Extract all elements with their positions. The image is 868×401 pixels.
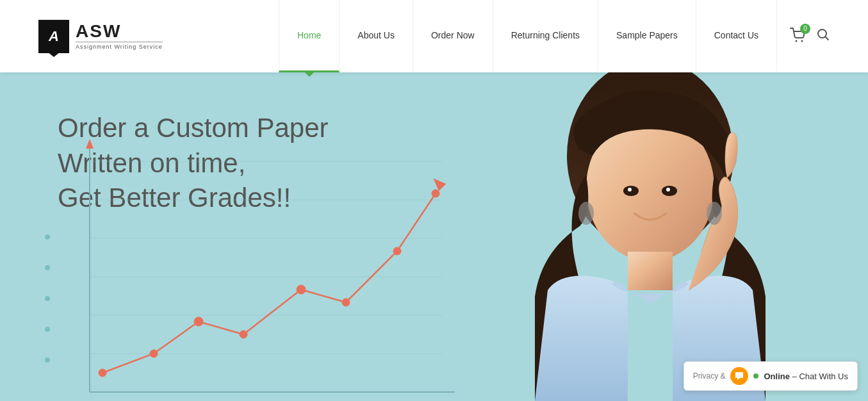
chat-privacy-text: Privacy & xyxy=(693,372,726,381)
chat-bubble-icon xyxy=(730,367,748,385)
chat-label: Online – Chat With Us xyxy=(764,372,848,381)
svg-point-19 xyxy=(432,190,439,197)
nav-item-order[interactable]: Order Now xyxy=(413,0,493,72)
svg-rect-23 xyxy=(628,252,673,290)
logo-link[interactable]: A ASW Assignment Writing Service xyxy=(38,20,167,53)
online-status-dot xyxy=(753,373,758,379)
chat-widget[interactable]: Privacy & Online – Chat With Us xyxy=(684,361,858,391)
hero-chart xyxy=(70,123,468,401)
svg-marker-20 xyxy=(430,175,446,191)
main-nav: Home About Us Order Now Returning Client… xyxy=(279,0,777,72)
svg-point-15 xyxy=(240,331,247,338)
cart-button[interactable]: 0 xyxy=(790,28,807,45)
svg-point-29 xyxy=(707,202,722,225)
bullet-dot-3 xyxy=(45,296,50,301)
svg-point-0 xyxy=(796,40,798,42)
svg-point-1 xyxy=(801,40,803,42)
nav-item-returning[interactable]: Returning Clients xyxy=(493,0,598,72)
nav-item-contact[interactable]: Contact Us xyxy=(696,0,777,72)
chat-dash: – xyxy=(792,372,797,381)
nav-item-about[interactable]: About Us xyxy=(340,0,413,72)
svg-point-12 xyxy=(99,369,106,377)
bullet-dot-4 xyxy=(45,327,50,332)
site-header: A ASW Assignment Writing Service Home Ab… xyxy=(0,0,868,72)
search-button[interactable] xyxy=(817,28,830,44)
svg-point-17 xyxy=(342,299,350,306)
cart-badge: 0 xyxy=(800,24,810,34)
nav-item-samples[interactable]: Sample Papers xyxy=(598,0,696,72)
chat-status xyxy=(753,373,758,379)
svg-point-14 xyxy=(194,317,203,326)
svg-marker-11 xyxy=(86,139,94,149)
bullet-dot-1 xyxy=(45,234,50,240)
svg-point-27 xyxy=(666,188,670,192)
svg-point-16 xyxy=(297,285,306,294)
bullet-dot-2 xyxy=(45,265,50,270)
svg-point-18 xyxy=(393,247,401,255)
logo-text-area: ASW Assignment Writing Service xyxy=(76,22,163,50)
logo-subtitle: Assignment Writing Service xyxy=(76,42,163,50)
header-icons: 0 xyxy=(790,28,830,45)
svg-point-13 xyxy=(150,350,158,357)
svg-point-28 xyxy=(578,202,594,225)
nav-item-home[interactable]: Home xyxy=(279,0,340,72)
online-label: Online xyxy=(764,372,789,381)
bullet-dots xyxy=(45,234,50,363)
bullet-dot-5 xyxy=(45,357,50,363)
hero-person-image xyxy=(496,72,804,401)
logo-title: ASW xyxy=(76,22,163,40)
chat-cta: Chat With Us xyxy=(799,372,848,381)
svg-point-26 xyxy=(628,188,632,192)
logo-icon: A xyxy=(38,20,69,53)
hero-section: Order a Custom Paper Written on time, Ge… xyxy=(0,72,868,401)
